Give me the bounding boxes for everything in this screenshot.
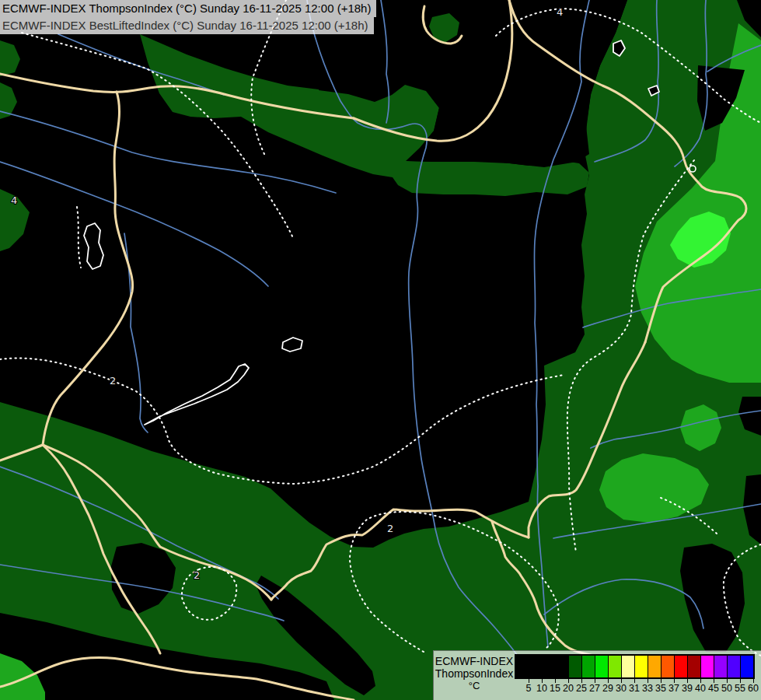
contour-label: 2 [387, 523, 393, 534]
colorbar-cell [648, 656, 661, 677]
colorbar-cell [741, 656, 753, 677]
legend: ECMWF-INDEX ThompsonIndex °C 51015202527… [433, 650, 761, 700]
legend-model: ECMWF-INDEX [434, 655, 515, 667]
title-text: ECMWF-INDEX BestLiftedIndex (°C) Sunday … [2, 19, 368, 32]
legend-colorbar: 51015202527293031333537394045505560 [515, 654, 755, 700]
contour-label: 4 [11, 194, 17, 206]
contour-label: 4 [557, 6, 563, 18]
weather-map-screen: 4 2 2 2 4 ECMWF-INDEX ThompsonIndex (°C)… [0, 0, 761, 700]
colorbar-cell [543, 656, 555, 677]
colorbar-cell [635, 656, 648, 677]
legend-parameter: ThompsonIndex [434, 667, 515, 680]
weather-map: 4 2 2 2 4 [0, 0, 761, 700]
colorbar-cell [516, 656, 529, 677]
colorbar-cell [556, 656, 568, 677]
title-bar-best-lifted-index: ECMWF-INDEX BestLiftedIndex (°C) Sunday … [0, 17, 374, 34]
colorbar-cell [622, 656, 634, 677]
colorbar-cells [515, 654, 755, 679]
colorbar-cell [675, 656, 687, 677]
colorbar-cell [529, 656, 542, 677]
colorbar-cell [701, 656, 714, 677]
colorbar-tick-label: 60 [745, 683, 761, 694]
colorbar-cell [714, 656, 727, 677]
colorbar-cell [662, 656, 674, 677]
contour-label: 2 [194, 569, 200, 581]
colorbar-cell [582, 656, 595, 677]
legend-text: ECMWF-INDEX ThompsonIndex °C [434, 651, 515, 700]
contour-label: 2 [110, 375, 116, 387]
title-bar-thompson-index: ECMWF-INDEX ThompsonIndex (°C) Sunday 16… [0, 0, 376, 17]
legend-unit: °C [434, 680, 515, 691]
colorbar-cell [595, 656, 608, 677]
colorbar-cell [609, 656, 621, 677]
colorbar-cell [728, 656, 740, 677]
title-text: ECMWF-INDEX ThompsonIndex (°C) Sunday 16… [2, 2, 371, 15]
colorbar-labels: 51015202527293031333537394045505560 [515, 683, 755, 695]
colorbar-cell [688, 656, 700, 677]
colorbar-cell [569, 656, 581, 677]
